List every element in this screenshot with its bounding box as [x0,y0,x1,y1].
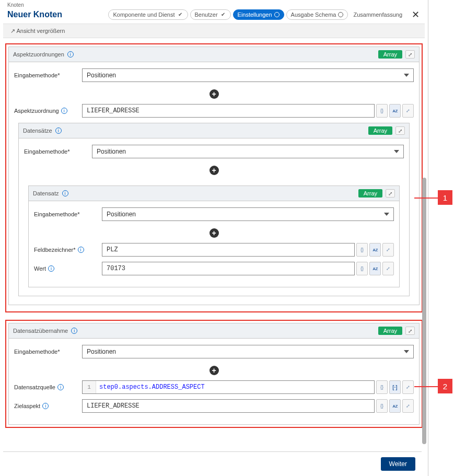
panel-title: Aspektzuordnungen [13,51,64,57]
highlight-box-2: Datensatzübernahme i Array ⤢ Eingabemeth… [5,320,423,428]
expand-field-button[interactable]: ⤢ [382,243,394,257]
panel-title: Datensatzübernahme [13,328,68,334]
sort-button[interactable]: AZ [389,104,401,118]
callout-2: 2 [438,379,452,393]
info-icon[interactable]: i [71,328,77,334]
code-mode-button[interactable]: {} [376,380,388,394]
array-badge: Array [378,50,402,59]
sort-button[interactable]: AZ [369,262,381,275]
line-number: 1 [83,381,96,393]
eingabemethode-select[interactable]: Positionen [102,207,394,221]
code-mode-button[interactable]: {} [356,262,368,275]
add-item-button[interactable]: + [209,89,219,99]
array-badge: Array [368,126,392,135]
expand-field-button[interactable]: ⤢ [402,380,414,394]
code-mode-button[interactable]: {} [356,243,368,257]
check-icon: ✔ [220,11,226,18]
info-icon[interactable]: i [61,108,67,114]
callout-line-2 [414,386,438,387]
panel-title: Datensätze [23,127,52,134]
eingabemethode-select[interactable]: Positionen [92,145,404,158]
wizard-step-zusammenfassung[interactable]: Zusammenfassung [350,10,405,19]
feldbezeichner-input[interactable] [102,243,355,257]
wert-input[interactable] [102,262,355,275]
expand-view-link[interactable]: ↗ Ansicht vergrößern [10,28,65,34]
sort-button[interactable]: AZ [389,399,401,413]
wizard-step-ausgabe[interactable]: Ausgabe Schema [286,9,348,20]
expand-icon[interactable]: ⤢ [386,189,395,198]
label-aspektzuordnung: Aspektzuordnung [14,108,59,114]
expand-field-button[interactable]: ⤢ [402,104,414,118]
label-eingabemethode: Eingabemethode* [14,72,82,78]
info-icon[interactable]: i [57,384,64,390]
next-button[interactable]: Weiter [381,457,415,471]
label-eingabemethode: Eingabemethode* [34,211,102,217]
highlight-box-1: Aspektzuordnungen i Array ⤢ Eingabemetho… [5,43,423,312]
label-zielaspekt: Zielaspekt [14,403,40,409]
wizard-step-einstellungen[interactable]: Einstellungen [233,9,284,20]
panel-title: Datensatz [33,190,59,196]
add-item-button[interactable]: + [209,228,219,238]
scrollbar[interactable] [422,178,426,444]
sort-button[interactable]: AZ [369,243,381,257]
expand-field-button[interactable]: ⤢ [382,262,394,275]
breadcrumb: Knoten [0,0,428,8]
code-mode-button[interactable]: {} [376,104,388,118]
panel-datensatzuebernahme: Datensatzübernahme i Array ⤢ Eingabemeth… [8,323,420,425]
label-eingabemethode: Eingabemethode* [14,349,82,355]
panel-aspektzuordnungen: Aspektzuordnungen i Array ⤢ Eingabemetho… [8,47,420,305]
expand-icon[interactable]: ⤢ [395,126,405,135]
expand-icon[interactable]: ⤢ [405,327,415,335]
check-icon: ✔ [177,11,183,18]
wizard-steps: Komponente und Dienst ✔ Benutzer ✔ Einst… [108,9,422,20]
footer-bar: Weiter [3,451,422,476]
toolbar: ↗ Ansicht vergrößern [3,24,425,38]
callout-line-1 [414,198,438,199]
info-icon[interactable]: i [78,247,84,253]
add-item-button[interactable]: + [209,166,219,175]
info-icon[interactable]: i [67,51,74,57]
code-mode-button[interactable]: {} [376,399,388,413]
zielaspekt-input[interactable] [82,399,375,413]
info-icon[interactable]: i [55,127,62,134]
info-icon[interactable]: i [62,190,68,196]
label-datensatzquelle: Datensatzquelle [14,384,55,390]
circle-icon [338,12,343,17]
label-eingabemethode: Eingabemethode* [24,148,92,155]
wizard-step-komponente[interactable]: Komponente und Dienst ✔ [108,9,188,20]
label-feldbezeichner: Feldbezeichner* [34,247,76,253]
info-icon[interactable]: i [42,403,49,409]
eingabemethode-select[interactable]: Positionen [82,345,414,358]
array-badge: Array [378,327,402,335]
panel-datensatz: Datensatz i Array ⤢ Eingabemethode* [28,185,400,287]
page-title: Neuer Knoten [7,10,62,19]
expand-field-button[interactable]: ⤢ [402,399,414,413]
array-badge: Array [358,189,382,198]
panel-datensaetze: Datensätze i Array ⤢ Eingabemethode* [18,123,410,296]
datensatzquelle-input[interactable]: 1 step0.aspects.ADDRESS_ASPECT [82,380,375,394]
eingabemethode-select[interactable]: Positionen [82,68,414,82]
expand-icon[interactable]: ⤢ [405,50,415,59]
brackets-button[interactable]: [·] [389,380,401,394]
info-icon[interactable]: i [48,265,54,272]
wizard-step-benutzer[interactable]: Benutzer ✔ [190,9,231,20]
add-item-button[interactable]: + [209,366,219,375]
label-wert: Wert [34,265,46,272]
callout-1: 1 [438,190,452,205]
circle-icon [274,12,280,17]
aspektzuordnung-input[interactable] [82,104,375,118]
close-icon[interactable]: ✕ [410,9,422,20]
